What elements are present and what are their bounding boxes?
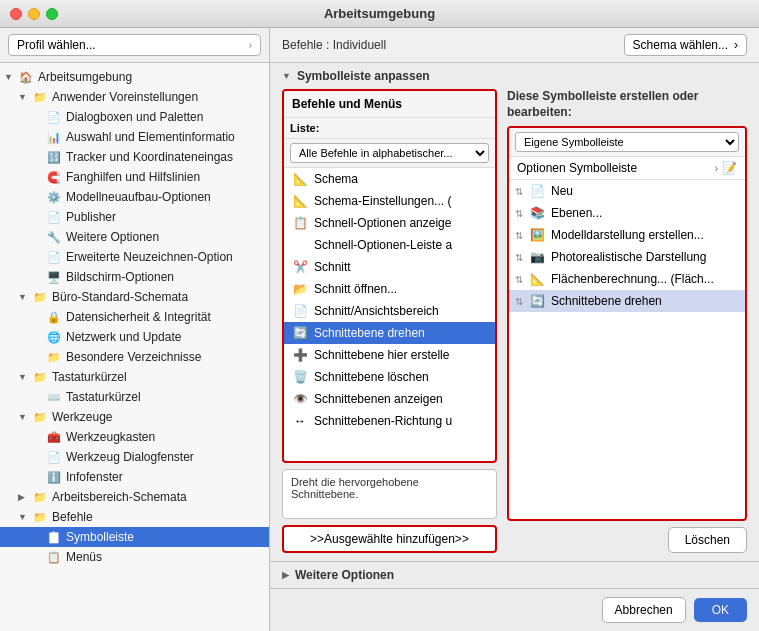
cmd-item-schnittebene-drehen[interactable]: 🔄Schnittebene drehen	[284, 322, 495, 344]
cmd-item-schnittebene-loeschen[interactable]: 🗑️Schnittebene löschen	[284, 366, 495, 388]
sidebar-item-daten[interactable]: 🔒Datensicherheit & Integrität	[0, 307, 269, 327]
cmd-item-schema[interactable]: 📐Schema	[284, 168, 495, 190]
tree-icon-daten: 🔒	[46, 309, 62, 325]
commands-panel: Befehle und Menüs Liste: Alle Befehle in…	[282, 89, 497, 463]
sort-handle-ebenen: ⇅	[515, 208, 523, 219]
cmd-item-schnitt-ansichtsbereich[interactable]: 📄Schnitt/Ansichtsbereich	[284, 300, 495, 322]
tree-toggle-tastaturkuerzel: ▼	[18, 372, 30, 382]
sidebar-item-tastatur[interactable]: ⌨️Tastaturkürzel	[0, 387, 269, 407]
tb-item-photorealistisch[interactable]: ⇅📷Photorealistische Darstellung	[509, 246, 745, 268]
sidebar-item-auswahl[interactable]: 📊Auswahl und Elementinformatio	[0, 127, 269, 147]
cmd-icon-schnell-leiste	[292, 237, 308, 253]
cmd-label-schnitt-oeffnen: Schnitt öffnen...	[314, 282, 397, 296]
profile-select-button[interactable]: Profil wählen... ›	[8, 34, 261, 56]
content-area: Befehle und Menüs Liste: Alle Befehle in…	[270, 89, 759, 561]
tree-icon-tracker: 🔢	[46, 149, 62, 165]
cmd-item-schnitt-oeffnen[interactable]: 📂Schnitt öffnen...	[284, 278, 495, 300]
sidebar-item-modell[interactable]: ⚙️Modellneuaufbau-Optionen	[0, 187, 269, 207]
tree-icon-buero: 📁	[32, 289, 48, 305]
schema-select-button[interactable]: Schema wählen... ›	[624, 34, 747, 56]
sidebar-item-besondere[interactable]: 📁Besondere Verzeichnisse	[0, 347, 269, 367]
cmd-item-schema-einstellungen[interactable]: 📐Schema-Einstellungen... (	[284, 190, 495, 212]
tree-label-werkzeug-dialog: Werkzeug Dialogfenster	[66, 450, 194, 464]
cmd-item-schnell-leiste[interactable]: Schnell-Optionen-Leiste a	[284, 234, 495, 256]
tree-icon-werkzeuge: 📁	[32, 409, 48, 425]
close-button[interactable]	[10, 8, 22, 20]
minimize-button[interactable]	[28, 8, 40, 20]
tree-label-menues: Menüs	[66, 550, 102, 564]
tree-icon-werkzeugkasten: 🧰	[46, 429, 62, 445]
tree-label-infofenster: Infofenster	[66, 470, 123, 484]
tb-item-neu[interactable]: ⇅📄Neu	[509, 180, 745, 202]
tree-label-anwender: Anwender Voreinstellungen	[52, 90, 198, 104]
tree-label-befehle: Befehle	[52, 510, 93, 524]
sidebar-item-publisher[interactable]: 📄Publisher	[0, 207, 269, 227]
tree-icon-symbolleiste: 📋	[46, 529, 62, 545]
tb-item-ebenen[interactable]: ⇅📚Ebenen...	[509, 202, 745, 224]
toolbar-panel: Diese Symbolleiste erstellen oder bearbe…	[507, 89, 747, 553]
tree-toggle-anwender: ▼	[18, 92, 30, 102]
commands-list-header-row: Liste:	[284, 118, 495, 139]
tree-toggle-werkzeuge: ▼	[18, 412, 30, 422]
tb-item-flaechenberechnung[interactable]: ⇅📐Flächenberechnung... (Fläch...	[509, 268, 745, 290]
sidebar-item-arbeitsbereich[interactable]: ▶📁Arbeitsbereich-Schemata	[0, 487, 269, 507]
sidebar-item-tracker[interactable]: 🔢Tracker und Koordinateneingas	[0, 147, 269, 167]
sidebar-item-tastaturkuerzel[interactable]: ▼📁Tastaturkürzel	[0, 367, 269, 387]
tree-toggle-buero: ▼	[18, 292, 30, 302]
sidebar-item-menues[interactable]: 📋Menüs	[0, 547, 269, 567]
sidebar-item-symbolleiste[interactable]: 📋Symbolleiste	[0, 527, 269, 547]
toolbar-items-list: ⇅📄Neu⇅📚Ebenen...⇅🖼️Modelldarstellung ers…	[509, 180, 745, 519]
sidebar-item-werkzeugkasten[interactable]: 🧰Werkzeugkasten	[0, 427, 269, 447]
maximize-button[interactable]	[46, 8, 58, 20]
cancel-button[interactable]: Abbrechen	[602, 597, 686, 623]
cmd-item-schnitt[interactable]: ✂️Schnitt	[284, 256, 495, 278]
edit-icon[interactable]: 📝	[722, 161, 737, 175]
add-selected-button[interactable]: >>Ausgewählte hinzufügen>>	[282, 525, 497, 553]
cmd-item-schnittebene-erstellen[interactable]: ➕Schnittebene hier erstelle	[284, 344, 495, 366]
sidebar-item-befehle[interactable]: ▼📁Befehle	[0, 507, 269, 527]
toolbar-dropdown-select[interactable]: Eigene Symbolleiste	[515, 132, 739, 152]
tb-item-icon-flaechenberechnung: 📐	[529, 271, 545, 287]
sidebar-item-erweiterte[interactable]: 📄Erweiterte Neuzeichnen-Option	[0, 247, 269, 267]
sidebar-item-buero[interactable]: ▼📁Büro-Standard-Schemata	[0, 287, 269, 307]
tb-item-schnittebene-drehen-tb[interactable]: ⇅🔄Schnittebene drehen	[509, 290, 745, 312]
tb-item-icon-ebenen: 📚	[529, 205, 545, 221]
description-text: Dreht die hervorgehobene Schnittebene.	[291, 476, 419, 500]
tree-label-arbeitsbereich: Arbeitsbereich-Schemata	[52, 490, 187, 504]
weitere-optionen-section[interactable]: ▶ Weitere Optionen	[270, 561, 759, 588]
cmd-label-schnittebene-erstellen: Schnittebene hier erstelle	[314, 348, 449, 362]
tree-label-arbeitsumgebung: Arbeitsumgebung	[38, 70, 132, 84]
cmd-item-schnell-optionen[interactable]: 📋Schnell-Optionen anzeige	[284, 212, 495, 234]
sidebar-item-anwender[interactable]: ▼📁Anwender Voreinstellungen	[0, 87, 269, 107]
toolbar-sub-row[interactable]: Optionen Symbolleiste › 📝	[509, 157, 745, 180]
tree-label-werkzeuge: Werkzeuge	[52, 410, 112, 424]
sidebar-item-arbeitsumgebung[interactable]: ▼🏠Arbeitsumgebung	[0, 67, 269, 87]
tree-label-publisher: Publisher	[66, 210, 116, 224]
tree-icon-arbeitsbereich: 📁	[32, 489, 48, 505]
sidebar-item-bildschirm[interactable]: 🖥️Bildschirm-Optionen	[0, 267, 269, 287]
tb-item-modelldarstellung[interactable]: ⇅🖼️Modelldarstellung erstellen...	[509, 224, 745, 246]
sidebar-item-infofenster[interactable]: ℹ️Infofenster	[0, 467, 269, 487]
delete-button[interactable]: Löschen	[668, 527, 747, 553]
tb-item-label-flaechenberechnung: Flächenberechnung... (Fläch...	[551, 272, 714, 286]
cmd-item-schnittebenen-anzeigen[interactable]: 👁️Schnittebenen anzeigen	[284, 388, 495, 410]
schema-btn-label: Schema wählen...	[633, 38, 728, 52]
tree-icon-publisher: 📄	[46, 209, 62, 225]
tree-label-bildschirm: Bildschirm-Optionen	[66, 270, 174, 284]
cmd-item-schnittebenen-richtung[interactable]: ↔️Schnittebenen-Richtung u	[284, 410, 495, 432]
ok-button[interactable]: OK	[694, 598, 747, 622]
tb-item-label-schnittebene-drehen-tb: Schnittebene drehen	[551, 294, 662, 308]
sidebar-item-fanghilfen[interactable]: 🧲Fanghilfen und Hilfslinien	[0, 167, 269, 187]
sidebar-item-werkzeuge[interactable]: ▼📁Werkzeuge	[0, 407, 269, 427]
sidebar-item-dialog[interactable]: 📄Dialogboxen und Paletten	[0, 107, 269, 127]
toolbar-right-header: Diese Symbolleiste erstellen oder bearbe…	[507, 89, 747, 120]
tb-item-icon-schnittebene-drehen-tb: 🔄	[529, 293, 545, 309]
sidebar-item-werkzeug-dialog[interactable]: 📄Werkzeug Dialogfenster	[0, 447, 269, 467]
tree-label-modell: Modellneuaufbau-Optionen	[66, 190, 211, 204]
commands-list-select[interactable]: Alle Befehle in alphabetischer...	[290, 143, 489, 163]
sidebar-item-netzwerk[interactable]: 🌐Netzwerk und Update	[0, 327, 269, 347]
tree-icon-tastatur: ⌨️	[46, 389, 62, 405]
cmd-icon-schema: 📐	[292, 171, 308, 187]
sidebar-item-weitere[interactable]: 🔧Weitere Optionen	[0, 227, 269, 247]
cmd-label-schnell-optionen: Schnell-Optionen anzeige	[314, 216, 451, 230]
